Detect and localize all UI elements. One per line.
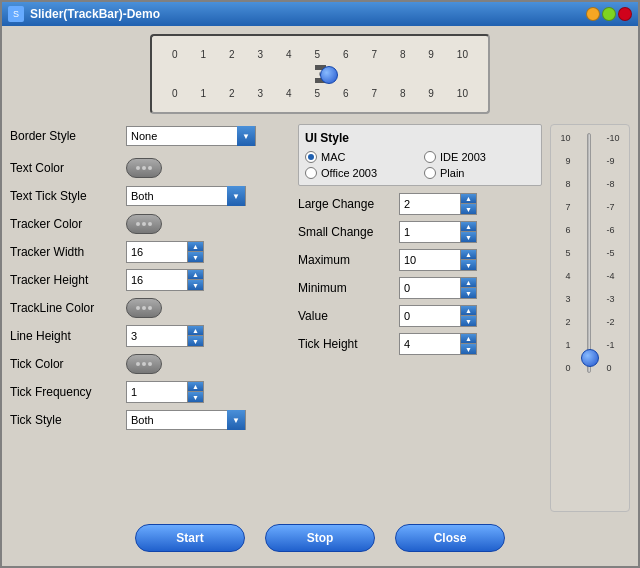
trackline-dot-2	[142, 306, 146, 310]
tracker-dot-2	[142, 222, 146, 226]
tracker-height-row: Tracker Height ▲ ▼	[10, 268, 290, 292]
close-button[interactable]: Close	[395, 524, 505, 552]
large-change-spinner[interactable]: ▲ ▼	[399, 193, 477, 215]
line-height-down[interactable]: ▼	[188, 336, 203, 346]
line-height-spinner-buttons: ▲ ▼	[187, 326, 203, 346]
tick-color-button[interactable]	[126, 354, 162, 374]
radio-office2003[interactable]: Office 2003	[305, 167, 416, 179]
tick-frequency-down[interactable]: ▼	[188, 392, 203, 402]
ui-style-box: UI Style MAC IDE 2003 Office 2003	[298, 124, 542, 186]
text-tick-style-select[interactable]: Both ▼	[126, 186, 246, 206]
line-height-spinner[interactable]: ▲ ▼	[126, 325, 204, 347]
text-color-row: Text Color	[10, 156, 290, 180]
tracker-width-down[interactable]: ▼	[188, 252, 203, 262]
radio-mac[interactable]: MAC	[305, 151, 416, 163]
right-form-rows: Large Change ▲ ▼ Small Change	[298, 192, 542, 356]
value-up[interactable]: ▲	[461, 306, 476, 316]
tick-height-input[interactable]	[400, 334, 460, 354]
line-height-label: Line Height	[10, 329, 120, 343]
minimize-button[interactable]	[586, 7, 600, 21]
small-change-input[interactable]	[400, 222, 460, 242]
tick-dot-1	[136, 362, 140, 366]
v-track-col	[579, 133, 599, 373]
large-change-spinner-buttons: ▲ ▼	[460, 194, 476, 214]
large-change-input[interactable]	[400, 194, 460, 214]
tracker-width-spinner[interactable]: ▲ ▼	[126, 241, 204, 263]
text-color-button[interactable]	[126, 158, 162, 178]
small-change-label: Small Change	[298, 225, 393, 239]
tracker-height-down[interactable]: ▼	[188, 280, 203, 290]
minimum-label: Minimum	[298, 281, 393, 295]
maximum-spinner[interactable]: ▲ ▼	[399, 249, 477, 271]
vertical-slider-panel: 10 9 8 7 6 5 4 3 2 1 0	[550, 124, 630, 512]
large-change-down[interactable]: ▼	[461, 204, 476, 214]
radio-plain-circle[interactable]	[424, 167, 436, 179]
tick-height-up[interactable]: ▲	[461, 334, 476, 344]
maximum-spinner-buttons: ▲ ▼	[460, 250, 476, 270]
ui-style-title: UI Style	[305, 131, 535, 145]
tick-color-label: Tick Color	[10, 357, 120, 371]
restore-button[interactable]	[602, 7, 616, 21]
value-down[interactable]: ▼	[461, 316, 476, 326]
tracker-height-up[interactable]: ▲	[188, 270, 203, 280]
small-change-row: Small Change ▲ ▼	[298, 220, 542, 244]
minimum-down[interactable]: ▼	[461, 288, 476, 298]
tick-frequency-input[interactable]	[127, 382, 187, 402]
large-change-label: Large Change	[298, 197, 393, 211]
start-button[interactable]: Start	[135, 524, 245, 552]
border-style-arrow[interactable]: ▼	[237, 126, 255, 146]
main-content: 012345678910 012345678910	[2, 26, 638, 566]
text-tick-style-arrow[interactable]: ▼	[227, 186, 245, 206]
tracker-color-button[interactable]	[126, 214, 162, 234]
minimum-input[interactable]	[400, 278, 460, 298]
tick-frequency-spinner[interactable]: ▲ ▼	[126, 381, 204, 403]
small-change-spinner[interactable]: ▲ ▼	[399, 221, 477, 243]
large-change-up[interactable]: ▲	[461, 194, 476, 204]
stop-button[interactable]: Stop	[265, 524, 375, 552]
tick-style-arrow[interactable]: ▼	[227, 410, 245, 430]
radio-plain[interactable]: Plain	[424, 167, 535, 179]
tick-frequency-up[interactable]: ▲	[188, 382, 203, 392]
radio-office2003-circle[interactable]	[305, 167, 317, 179]
minimum-up[interactable]: ▲	[461, 278, 476, 288]
tracker-width-up[interactable]: ▲	[188, 242, 203, 252]
radio-ide2003-circle[interactable]	[424, 151, 436, 163]
radio-ide2003[interactable]: IDE 2003	[424, 151, 535, 163]
tick-height-down[interactable]: ▼	[461, 344, 476, 354]
text-tick-style-value: Both	[127, 187, 227, 205]
tick-style-select[interactable]: Both ▼	[126, 410, 246, 430]
slider-preview: 012345678910 012345678910	[150, 34, 490, 114]
track-thumb[interactable]	[320, 66, 338, 84]
track-line[interactable]	[319, 72, 321, 76]
small-change-up[interactable]: ▲	[461, 222, 476, 232]
value-spinner[interactable]: ▲ ▼	[399, 305, 477, 327]
text-tick-style-label: Text Tick Style	[10, 189, 120, 203]
v-track-thumb[interactable]	[581, 349, 599, 367]
radio-mac-circle[interactable]	[305, 151, 317, 163]
tracker-width-input[interactable]	[127, 242, 187, 262]
line-height-row: Line Height ▲ ▼	[10, 324, 290, 348]
maximum-input[interactable]	[400, 250, 460, 270]
tick-color-row: Tick Color	[10, 352, 290, 376]
border-style-value: None	[127, 127, 237, 145]
v-track-line[interactable]	[587, 133, 591, 373]
line-height-up[interactable]: ▲	[188, 326, 203, 336]
maximum-up[interactable]: ▲	[461, 250, 476, 260]
line-height-input[interactable]	[127, 326, 187, 346]
tracker-color-row: Tracker Color	[10, 212, 290, 236]
value-input[interactable]	[400, 306, 460, 326]
trackline-color-button[interactable]	[126, 298, 162, 318]
border-style-select[interactable]: None ▼	[126, 126, 256, 146]
text-color-label: Text Color	[10, 161, 120, 175]
maximum-down[interactable]: ▼	[461, 260, 476, 270]
tracker-height-input[interactable]	[127, 270, 187, 290]
color-dot-3	[148, 166, 152, 170]
window-title: Slider(TrackBar)-Demo	[30, 7, 160, 21]
value-label: Value	[298, 309, 393, 323]
minimum-spinner[interactable]: ▲ ▼	[399, 277, 477, 299]
tick-height-label: Tick Height	[298, 337, 393, 351]
close-title-button[interactable]	[618, 7, 632, 21]
tick-height-spinner[interactable]: ▲ ▼	[399, 333, 477, 355]
tracker-height-spinner[interactable]: ▲ ▼	[126, 269, 204, 291]
small-change-down[interactable]: ▼	[461, 232, 476, 242]
